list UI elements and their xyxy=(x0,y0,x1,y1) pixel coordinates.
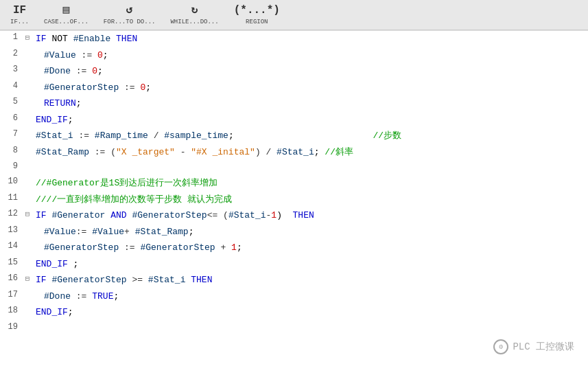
code-line xyxy=(33,321,588,323)
token: THEN xyxy=(293,210,314,220)
toolbar-btn-region[interactable]: (*...*)REGION xyxy=(226,0,287,30)
token: #GeneratorStep xyxy=(127,210,207,220)
token: #Enable xyxy=(73,34,111,44)
token: #Value xyxy=(44,50,76,60)
collapse-icon xyxy=(22,288,33,291)
token: #Stat_i xyxy=(277,147,314,157)
code-container: 1⊟IF NOT #Enable THEN2#Value := 0;3#Done… xyxy=(0,31,588,336)
token: #Generator xyxy=(47,210,111,220)
collapse-icon[interactable]: ⊟ xyxy=(22,31,33,42)
code-row: 19 xyxy=(0,321,588,336)
collapse-icon xyxy=(22,224,33,226)
code-row: 14#GeneratorStep := #GeneratorStep + 1; xyxy=(0,240,588,256)
collapse-icon xyxy=(22,128,33,130)
line-number: 10 xyxy=(0,175,22,188)
code-line: ////一直到斜率增加的次数等于步数 就认为完成 xyxy=(33,192,588,208)
token: //#Generator是1S到达后进行一次斜率增加 xyxy=(36,178,217,188)
token: #Done xyxy=(44,291,71,302)
token: ; xyxy=(68,307,73,317)
toolbar-btn-case[interactable]: ▤CASE...OF... xyxy=(36,0,96,30)
token: #Value xyxy=(92,227,124,237)
token: #Stat_Ramp xyxy=(36,147,89,157)
token: ; xyxy=(113,291,119,302)
btn-label-if: IF... xyxy=(10,19,29,27)
toolbar-btn-for[interactable]: ↺FOR...TO DO... xyxy=(96,0,163,30)
code-row: 4#GeneratorStep := 0; xyxy=(0,80,588,96)
line-number: 9 xyxy=(0,160,22,172)
toolbar: IFIF...▤CASE...OF...↺FOR...TO DO...↻WHIL… xyxy=(0,0,588,30)
token: AND xyxy=(110,210,126,220)
collapse-icon[interactable]: ⊟ xyxy=(22,207,33,218)
token: := xyxy=(73,130,95,141)
token: #Stat_i xyxy=(36,130,73,141)
code-row: 9 xyxy=(0,160,588,175)
token: #sample_time xyxy=(164,130,228,141)
token: - xyxy=(175,147,191,157)
token: IF xyxy=(36,275,47,285)
collapse-icon xyxy=(22,63,33,65)
code-line: IF #GeneratorStep >= #Stat_i THEN xyxy=(33,272,588,288)
token: 0 xyxy=(97,50,103,60)
collapse-icon xyxy=(22,321,33,323)
collapse-icon xyxy=(22,192,33,194)
token: + xyxy=(124,227,135,237)
token: ; xyxy=(103,50,108,60)
code-row: 17#Done := TRUE; xyxy=(0,288,588,305)
token: := ( xyxy=(89,147,116,157)
token: #Ramp_time xyxy=(95,130,148,141)
code-row: 7#Stat_i := #Ramp_time / #sample_time; /… xyxy=(0,128,588,144)
token: ; xyxy=(68,115,73,125)
token: >= xyxy=(132,275,148,285)
line-number: 6 xyxy=(0,112,22,124)
token: #Stat_i xyxy=(228,210,266,220)
collapse-icon xyxy=(22,304,33,306)
btn-icon-case: ▤ xyxy=(63,3,70,18)
token: 0 xyxy=(92,66,97,76)
token: //步数 xyxy=(373,130,402,141)
token: #Stat_Ramp xyxy=(135,227,189,237)
code-row: 5RETURN; xyxy=(0,95,588,112)
line-number: 15 xyxy=(0,256,22,269)
token: 1 xyxy=(231,242,237,253)
toolbar-btn-if[interactable]: IFIF... xyxy=(3,0,36,30)
code-editor[interactable]: 1⊟IF NOT #Enable THEN2#Value := 0;3#Done… xyxy=(0,30,588,375)
collapse-icon xyxy=(22,160,33,162)
token: := xyxy=(71,291,92,302)
code-line: #Value:= #Value+ #Stat_Ramp; xyxy=(41,224,588,240)
code-line: //#Generator是1S到达后进行一次斜率增加 xyxy=(33,175,588,192)
code-row: 3#Done := 0; xyxy=(0,63,588,80)
code-line: END_IF ; xyxy=(33,256,588,273)
line-number: 7 xyxy=(0,128,22,140)
collapse-icon[interactable]: ⊟ xyxy=(22,272,33,283)
code-line: #Done := TRUE; xyxy=(41,288,588,305)
line-number: 5 xyxy=(0,95,22,108)
token: END_IF xyxy=(36,307,68,317)
line-number: 2 xyxy=(0,47,22,60)
line-number: 16 xyxy=(0,272,22,284)
token: #GeneratorStep xyxy=(47,275,132,285)
token: #GeneratorStep xyxy=(44,82,119,93)
line-number: 8 xyxy=(0,144,22,157)
btn-icon-while: ↻ xyxy=(191,3,198,18)
token: IF xyxy=(36,210,47,220)
code-line: #Stat_i := #Ramp_time / #sample_time; //… xyxy=(33,128,588,144)
token: END_IF xyxy=(36,115,68,125)
token: := xyxy=(76,227,92,237)
code-row: 6END_IF; xyxy=(0,112,588,128)
code-row: 18END_IF; xyxy=(0,304,588,321)
token: END_IF xyxy=(36,259,68,269)
line-number: 3 xyxy=(0,63,22,76)
code-line: IF #Generator AND #GeneratorStep<= (#Sta… xyxy=(33,207,588,224)
code-line xyxy=(33,160,588,163)
token: IF xyxy=(36,34,47,44)
collapse-icon xyxy=(22,240,33,242)
code-line: #Stat_Ramp := ("X _target" - "#X _inital… xyxy=(33,144,588,161)
line-number: 17 xyxy=(0,288,22,301)
toolbar-btn-while[interactable]: ↻WHILE...DO... xyxy=(163,0,226,30)
line-number: 1 xyxy=(0,31,22,43)
token: <= ( xyxy=(207,210,228,220)
token: := xyxy=(71,66,92,76)
code-row: 10//#Generator是1S到达后进行一次斜率增加 xyxy=(0,175,588,192)
btn-icon-region: (*...*) xyxy=(234,3,280,18)
line-number: 13 xyxy=(0,224,22,236)
